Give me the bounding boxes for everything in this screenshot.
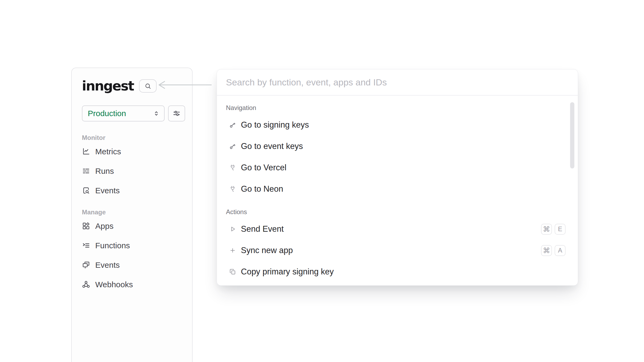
event-search-icon: [82, 186, 90, 195]
sidebar-item-label: Apps: [95, 222, 113, 231]
environment-row: Production: [82, 105, 185, 121]
sidebar-item-events-manage[interactable]: Events: [82, 255, 185, 275]
app-canvas: inngest Production: [0, 0, 644, 362]
scrollbar-thumb[interactable]: [570, 102, 574, 168]
sidebar-item-label: Events: [95, 261, 120, 270]
sidebar-section-monitor-label: Monitor: [82, 134, 185, 142]
palette-item-send-event[interactable]: Send Event ⌘ E: [217, 218, 578, 240]
sidebar-item-runs[interactable]: Runs: [82, 161, 185, 181]
shortcut-key: E: [555, 224, 566, 235]
shortcut-badges: ⌘ A: [541, 245, 566, 256]
runs-list-icon: [82, 167, 90, 175]
chart-line-icon: [82, 147, 90, 156]
play-icon: [229, 226, 236, 233]
palette-item-label: Go to Vercel: [241, 163, 287, 172]
webhooks-icon: [82, 280, 90, 289]
plus-icon: [229, 247, 236, 254]
palette-group-navigation: Go to signing keys Go to event keys: [217, 114, 578, 200]
palette-group-actions-label: Actions: [217, 208, 578, 216]
palette-item-label: Sync new app: [241, 246, 293, 255]
plug-icon: [229, 164, 236, 171]
environment-selector[interactable]: Production: [82, 105, 165, 121]
palette-search-row: [217, 69, 578, 96]
palette-item-label: Go to Neon: [241, 184, 283, 194]
palette-item-go-to-signing-keys[interactable]: Go to signing keys: [217, 114, 578, 136]
palette-item-copy-primary-signing-key[interactable]: Copy primary signing key: [217, 261, 578, 282]
chevrons-up-down-icon: [153, 110, 160, 117]
apps-icon: [82, 222, 90, 230]
command-palette: Navigation Go to signing keys Go to even…: [217, 69, 578, 286]
sidebar-item-apps[interactable]: Apps: [82, 216, 185, 236]
palette-item-sync-new-app[interactable]: Sync new app ⌘ A: [217, 240, 578, 261]
sidebar-item-functions[interactable]: Functions: [82, 236, 185, 255]
palette-item-go-to-event-keys[interactable]: Go to event keys: [217, 136, 578, 157]
functions-icon: [82, 241, 90, 250]
plug-icon: [229, 186, 236, 192]
shortcut-badges: ⌘ E: [541, 224, 566, 235]
sidebar-section-manage-label: Manage: [82, 208, 185, 216]
palette-search-input[interactable]: [226, 77, 569, 88]
palette-item-go-to-neon[interactable]: Go to Neon: [217, 178, 578, 200]
sidebar-item-label: Functions: [95, 241, 130, 250]
sidebar-item-events-monitor[interactable]: Events: [82, 181, 185, 200]
palette-item-label: Go to signing keys: [241, 120, 309, 130]
environment-filter-button[interactable]: [168, 105, 185, 121]
sliders-icon: [173, 109, 181, 117]
sidebar-item-label: Events: [95, 186, 120, 195]
sidebar-item-label: Webhooks: [95, 280, 133, 289]
sidebar: inngest Production: [71, 68, 193, 362]
palette-item-label: Go to event keys: [241, 141, 303, 151]
palette-item-go-to-vercel[interactable]: Go to Vercel: [217, 157, 578, 178]
command-key-icon: ⌘: [541, 245, 552, 256]
palette-item-label: Send Event: [241, 224, 284, 234]
copy-icon: [229, 268, 236, 275]
sidebar-item-label: Runs: [95, 167, 114, 176]
palette-item-label: Copy primary signing key: [241, 267, 334, 277]
key-icon: [229, 121, 236, 128]
key-icon: [229, 143, 236, 150]
command-key-icon: ⌘: [541, 224, 552, 235]
environment-value: Production: [88, 109, 126, 118]
palette-group-navigation-label: Navigation: [217, 104, 578, 112]
inngest-logo: inngest: [82, 79, 134, 93]
events-windows-icon: [82, 261, 90, 269]
sidebar-item-webhooks[interactable]: Webhooks: [82, 275, 185, 294]
shortcut-key: A: [555, 245, 566, 256]
search-icon: [144, 82, 152, 90]
sidebar-item-label: Metrics: [95, 147, 121, 156]
search-button[interactable]: [139, 79, 157, 93]
annotation-arrow-icon: [156, 80, 213, 90]
sidebar-item-metrics[interactable]: Metrics: [82, 142, 185, 161]
palette-group-actions: Send Event ⌘ E Sync new app ⌘ A: [217, 218, 578, 282]
